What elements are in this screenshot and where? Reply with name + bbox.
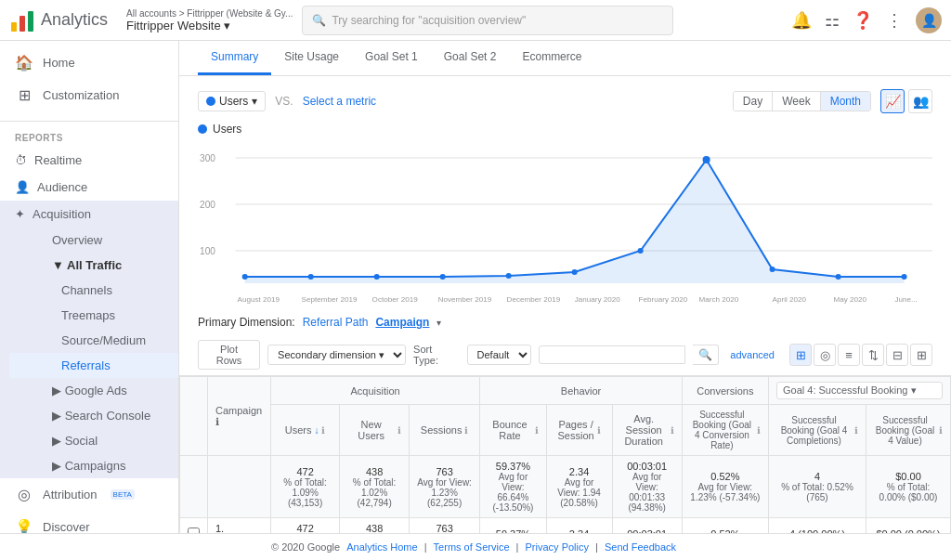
bell-icon[interactable]: 🔔 <box>791 10 812 31</box>
period-btn-month[interactable]: Month <box>821 92 870 111</box>
advanced-link[interactable]: advanced <box>730 349 775 360</box>
th-avg-session: Avg. SessionDuration ℹ <box>612 405 682 456</box>
breadcrumb-bottom[interactable]: Fittripper Website ▾ <box>126 19 293 33</box>
dim-referral-path[interactable]: Referral Path <box>303 316 369 329</box>
sidebar-main-nav: 🏠 Home ⊞ Customization <box>0 41 178 117</box>
metric-dot <box>206 97 215 106</box>
period-btn-day[interactable]: Day <box>734 92 773 111</box>
sidebar-item-acquisition[interactable]: ✦ Acquisition <box>0 201 178 228</box>
svg-text:100: 100 <box>200 246 215 256</box>
table-search-button[interactable]: 🔍 <box>693 345 719 365</box>
more-icon[interactable]: ⋮ <box>886 10 903 31</box>
th-value: Successful Booking (Goal 4 Value) ℹ <box>866 405 951 456</box>
sidebar-item-customization[interactable]: ⊞ Customization <box>0 79 178 111</box>
sidebar-item-discover[interactable]: 💡 Discover <box>0 511 178 533</box>
svg-point-31 <box>902 274 907 280</box>
summary-conv-rate: 0.52% Avg for View: 1.23% (-57.34%) <box>682 456 768 518</box>
svg-text:200: 200 <box>200 200 215 210</box>
th-group-goal4: Goal 4: Successful Booking ▾ <box>768 377 950 405</box>
customization-icon: ⊞ <box>15 86 33 104</box>
tab-site-usage[interactable]: Site Usage <box>271 41 352 75</box>
summary-new-users: 438 % of Total: 1.02% (42,794) <box>340 456 410 518</box>
select-metric-link[interactable]: Select a metric <box>303 95 376 108</box>
audience-icon: 👤 <box>15 180 30 194</box>
svg-rect-2 <box>28 11 33 32</box>
period-btn-week[interactable]: Week <box>773 92 820 111</box>
view-btn-compare[interactable]: ⊟ <box>886 344 908 366</box>
row-campaign: 1. bkk_asia <box>208 518 271 534</box>
sidebar-sub-all-traffic[interactable]: ▼ All Traffic <box>9 253 178 278</box>
sidebar-label-customization: Customization <box>43 88 119 102</box>
sidebar-group-acquisition: ✦ Acquisition Overview ▼ All Traffic Cha… <box>0 201 178 478</box>
sidebar-sub-channels[interactable]: Channels <box>9 278 178 303</box>
apps-icon[interactable]: ⚏ <box>825 10 840 31</box>
avatar[interactable]: 👤 <box>916 7 942 33</box>
row-completions: 4 (100.00%) <box>768 518 866 534</box>
sidebar-item-attribution[interactable]: ◎ Attribution BETA <box>0 478 178 511</box>
tab-summary[interactable]: Summary <box>198 41 271 75</box>
view-btn-table[interactable]: ⊞ <box>789 344 812 366</box>
plot-rows-button[interactable]: Plot Rows <box>198 340 260 370</box>
tab-goal-set-1[interactable]: Goal Set 1 <box>352 41 431 75</box>
primary-dimension-bar: Primary Dimension: Referral Path Campaig… <box>179 306 951 334</box>
view-btn-pivot[interactable]: ⇅ <box>862 344 884 366</box>
chart-type-bar[interactable]: 👥 <box>908 89 932 113</box>
svg-text:October 2019: October 2019 <box>372 295 419 304</box>
search-bar[interactable]: 🔍 Try searching for "acquisition overvie… <box>302 6 673 35</box>
secondary-dimension-select[interactable]: Secondary dimension ▾ <box>267 345 406 365</box>
info-icon-avg: ℹ <box>671 425 674 436</box>
goal-select[interactable]: Goal 4: Successful Booking ▾ <box>776 382 943 399</box>
chart-type-buttons: 📈 👥 <box>880 89 932 113</box>
realtime-label: Realtime <box>34 153 82 167</box>
sidebar-sub-overview[interactable]: Overview <box>9 228 178 253</box>
help-icon[interactable]: ❓ <box>853 10 873 31</box>
view-btn-pie[interactable]: ◎ <box>814 344 836 366</box>
chart-type-line[interactable]: 📈 <box>880 89 905 113</box>
row-checkbox[interactable] <box>180 518 208 534</box>
th-group-conversions: Conversions <box>682 377 768 405</box>
sidebar-sub-google-ads[interactable]: ▶ Google Ads <box>9 378 178 403</box>
summary-sessions: 763 Avg for View: 1.23% (62,255) <box>409 456 480 518</box>
period-buttons: Day Week Month <box>733 91 871 111</box>
metric-arrow: ▾ <box>252 95 257 108</box>
search-icon: 🔍 <box>312 14 326 27</box>
summary-pages: 2.34 Avg for View: 1.94 (20.58%) <box>546 456 612 518</box>
svg-text:January 2020: January 2020 <box>575 295 621 304</box>
svg-point-28 <box>703 156 710 163</box>
sidebar-item-realtime[interactable]: ⏱ Realtime <box>0 147 178 174</box>
discover-label: Discover <box>43 520 90 533</box>
sidebar-sub-campaigns[interactable]: ▶ Campaigns <box>9 453 178 478</box>
footer-link-privacy[interactable]: Privacy Policy <box>526 541 589 553</box>
summary-label <box>208 456 271 518</box>
dim-campaign[interactable]: Campaign <box>375 316 429 329</box>
th-bounce-rate: Bounce Rate ℹ <box>480 405 546 456</box>
sidebar-sub-treemaps[interactable]: Treemaps <box>9 303 178 328</box>
table-search-filter[interactable] <box>539 345 686 364</box>
view-buttons: ⊞ ◎ ≡ ⇅ ⊟ ⊞ <box>789 344 932 366</box>
view-btn-custom[interactable]: ⊞ <box>910 344 932 366</box>
footer-link-terms[interactable]: Terms of Service <box>434 541 510 553</box>
footer-link-analytics-home[interactable]: Analytics Home <box>346 541 417 553</box>
th-users: Users ↓ ℹ <box>270 405 340 456</box>
info-icon-comp: ℹ <box>854 425 858 436</box>
footer-link-feedback[interactable]: Send Feedback <box>605 541 676 553</box>
metric-select-users[interactable]: Users ▾ <box>198 91 266 111</box>
sidebar-sub-social[interactable]: ▶ Social <box>9 428 178 453</box>
view-btn-bar[interactable]: ≡ <box>838 344 860 366</box>
main-container: 🏠 Home ⊞ Customization REPORTS ⏱ Realtim… <box>0 41 951 533</box>
sidebar-sub-source-medium[interactable]: Source/Medium <box>9 328 178 353</box>
svg-point-23 <box>374 274 380 280</box>
app-title: Analytics <box>41 10 108 30</box>
reports-section-label: REPORTS <box>0 125 178 147</box>
sort-type-select[interactable]: Default <box>467 345 531 365</box>
sidebar-sub-referrals[interactable]: Referrals <box>9 353 178 378</box>
sidebar-item-home[interactable]: 🏠 Home <box>0 46 178 79</box>
summary-checkbox <box>180 456 208 518</box>
tab-ecommerce[interactable]: Ecommerce <box>509 41 594 75</box>
sidebar-item-audience[interactable]: 👤 Audience <box>0 174 178 201</box>
analytics-logo-icon <box>9 7 35 33</box>
th-completions: Successful Booking (Goal 4 Completions) … <box>768 405 866 456</box>
tab-goal-set-2[interactable]: Goal Set 2 <box>431 41 510 75</box>
sidebar-sub-search-console[interactable]: ▶ Search Console <box>9 403 178 428</box>
vs-text: VS. <box>275 95 293 108</box>
